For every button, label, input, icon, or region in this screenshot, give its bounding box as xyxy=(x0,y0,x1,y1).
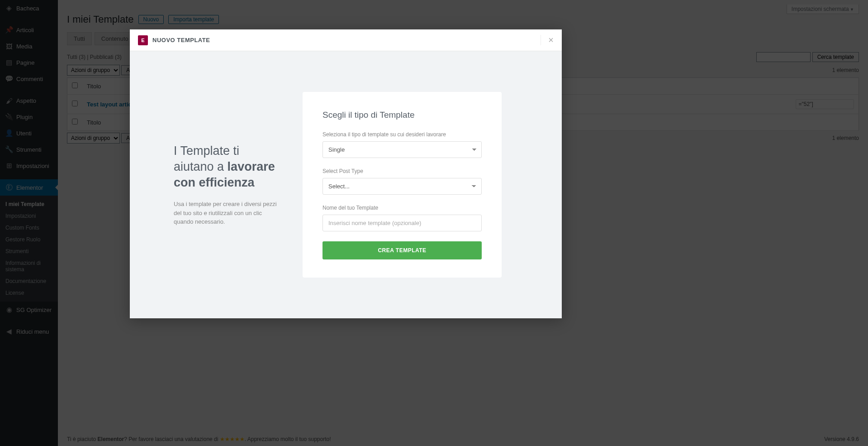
modal-heading: I Template ti aiutano a lavorare con eff… xyxy=(174,143,280,191)
template-name-label: Nome del tuo Template xyxy=(323,205,482,211)
elementor-logo-icon: E xyxy=(138,35,148,45)
post-type-label: Select Post Type xyxy=(323,168,482,174)
post-type-select[interactable]: Select... xyxy=(323,178,482,195)
modal-intro: I Template ti aiutano a lavorare con eff… xyxy=(130,51,303,318)
template-name-input[interactable] xyxy=(323,215,482,231)
close-icon[interactable]: × xyxy=(541,35,554,45)
modal-title: NUOVO TEMPLATE xyxy=(152,37,210,43)
template-form: Scegli il tipo di Template Seleziona il … xyxy=(303,92,502,278)
create-template-button[interactable]: CREA TEMPLATE xyxy=(323,241,482,259)
template-type-label: Seleziona il tipo di template su cui des… xyxy=(323,131,482,138)
new-template-modal: E NUOVO TEMPLATE × I Template ti aiutano… xyxy=(130,29,562,318)
form-title: Scegli il tipo di Template xyxy=(323,110,482,120)
modal-description: Usa i template per creare i diversi pezz… xyxy=(174,200,280,226)
modal-header: E NUOVO TEMPLATE × xyxy=(130,29,562,51)
template-type-select[interactable]: Single xyxy=(323,141,482,158)
